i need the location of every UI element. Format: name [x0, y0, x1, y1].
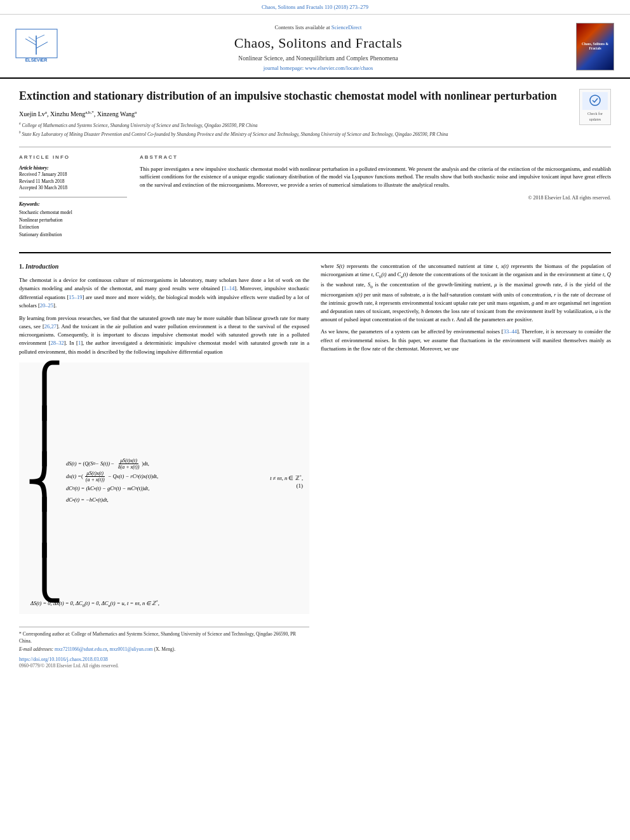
doi-link[interactable]: https://doi.org/10.1016/j.chaos.2018.03.… — [19, 657, 108, 662]
journal-thumbnail: Chaos, Solitons & Fractals — [573, 23, 617, 70]
eq-line-3: dC0(t) = (kCe(t) − gC0(t) − mC0(t))dt, — [66, 483, 258, 495]
svg-line-3 — [36, 42, 48, 48]
right-column: where S(t) represents the concentration … — [321, 262, 611, 669]
homepage-link[interactable]: www.elsevier.com/locate/chaos — [305, 65, 373, 71]
email-note: E-mail addresses: mxz7211066@sdust.edu.c… — [19, 646, 309, 653]
eq-condition: t ≠ nτ, n ∈ ℤ+, — [270, 474, 303, 483]
author-3: Xinzeng Wanga — [97, 110, 137, 117]
article-info: ARTICLE INFO Article history: Received 7… — [19, 154, 127, 243]
keyword-4: Stationary distribution — [19, 232, 127, 239]
ref-20-25: 20–25 — [40, 302, 53, 309]
section-1-heading: 1. Introduction — [19, 262, 309, 271]
journal-header: ELSEVIER Contents lists available at Sci… — [0, 15, 630, 79]
keyword-3: Extinction — [19, 224, 127, 231]
section-title: Introduction — [25, 263, 58, 270]
issn-line: 0960-0779/© 2018 Elsevier Ltd. All right… — [19, 663, 309, 670]
ref-15-19: 15–19 — [69, 294, 82, 300]
eq-number: (1) — [292, 482, 303, 490]
revised-date: Revised 11 March 2018 — [19, 178, 127, 185]
abstract-text: This paper investigates a new impulsive … — [140, 165, 611, 189]
keyword-2: Nonlinear perturbation — [19, 217, 127, 224]
article-history: Article history: Received 7 January 2018… — [19, 165, 127, 192]
frac-1: μS(t)x(t) δ(a + x(t)) — [117, 458, 141, 470]
check-updates-label: Check for updates — [587, 112, 603, 121]
sciencedirect-link[interactable]: ScienceDirect — [332, 24, 362, 30]
email-link-2[interactable]: mxz0011@aliyun.com — [110, 646, 153, 652]
ref-33-44: 33–44 — [504, 328, 517, 335]
abstract-section: ABSTRACT This paper investigates a new i… — [140, 154, 611, 243]
check-updates-box: Check for updates — [579, 89, 611, 125]
page: Chaos, Solitons and Fractals 110 (2018) … — [0, 0, 630, 840]
right-para-1: where S(t) represents the concentration … — [321, 262, 611, 324]
equation-1: ⎧⎪⎨⎪⎩ dS(t) = ( Q(S0 − S(t)) − μS(t)x(t) — [19, 363, 309, 614]
affiliation-a: a College of Mathematics and Systems Sci… — [19, 121, 573, 129]
abstract-label: ABSTRACT — [140, 154, 611, 161]
keywords-group: Keywords: Stochastic chemostat model Non… — [19, 201, 127, 239]
article-info-label: ARTICLE INFO — [19, 154, 127, 161]
ref-1: 1 — [78, 340, 81, 346]
elsevier-logo: ELSEVIER — [13, 26, 64, 67]
affiliations: a College of Mathematics and Systems Sci… — [19, 121, 573, 138]
history-label: Article history: — [19, 165, 127, 172]
frac-2: μS(t)x(t) (a + x(t)) — [84, 470, 106, 483]
article-title-block: Extinction and stationary distribution o… — [19, 89, 573, 138]
main-content: Extinction and stationary distribution o… — [0, 79, 630, 683]
journal-title: Chaos, Solitons and Fractals — [64, 34, 573, 53]
contents-line: Contents lists available at ScienceDirec… — [64, 21, 573, 34]
eq-line-2: dx(t) = ( μS(t)x(t) (a + x(t)) − Qx(t) −… — [66, 470, 258, 483]
left-column: 1. Introduction The chemostat is a devic… — [19, 262, 309, 669]
corresponding-author-note: * Corresponding author at: College of Ma… — [19, 631, 309, 644]
journal-reference: Chaos, Solitons and Fractals 110 (2018) … — [262, 4, 368, 10]
info-abstract-row: ARTICLE INFO Article history: Received 7… — [19, 147, 611, 243]
copyright-notice: © 2018 Elsevier Ltd. All rights reserved… — [140, 194, 611, 201]
eq-line-4: dCe(t) = −hCe(t)dt, — [66, 495, 258, 506]
svg-line-2 — [25, 39, 36, 45]
journal-info: Contents lists available at ScienceDirec… — [64, 21, 573, 72]
author-1: Xuejin Lva, — [19, 110, 50, 117]
svg-text:ELSEVIER: ELSEVIER — [25, 58, 48, 62]
journal-homepage: journal homepage: www.elsevier.com/locat… — [64, 65, 573, 72]
svg-point-7 — [590, 95, 600, 105]
article-header: Extinction and stationary distribution o… — [19, 89, 611, 138]
body-content: 1. Introduction The chemostat is a devic… — [19, 252, 611, 669]
thumb-image: Chaos, Solitons & Fractals — [576, 23, 614, 70]
accepted-date: Accepted 30 March 2018 — [19, 185, 127, 192]
article-title: Extinction and stationary distribution o… — [19, 89, 573, 103]
check-updates-widget: Check for updates — [579, 89, 611, 125]
affiliation-b: b State Key Laboratory of Mining Disaste… — [19, 130, 573, 138]
impulsive-conditions: ΔS(t) = 0, Δx(t) = 0, ΔC0(t) = 0, ΔCe(t)… — [25, 599, 303, 609]
eq-line-1: dS(t) = ( Q(S0 − S(t)) − μS(t)x(t) δ(a +… — [66, 458, 258, 470]
keyword-1: Stochastic chemostat model — [19, 210, 127, 217]
svg-line-5 — [36, 35, 44, 39]
email-link-1[interactable]: mxz7211066@sdust.edu.cn — [55, 646, 107, 652]
received-date: Received 7 January 2018 — [19, 171, 127, 178]
right-para-2: As we know, the parameters of a system c… — [321, 328, 611, 353]
intro-para-1: The chemostat is a device for continuous… — [19, 276, 309, 310]
doi-line: https://doi.org/10.1016/j.chaos.2018.03.… — [19, 656, 309, 663]
footer-area: * Corresponding author at: College of Ma… — [19, 627, 309, 669]
divider-1 — [19, 197, 127, 197]
ref-1-14: 1–14 — [224, 285, 234, 291]
top-bar: Chaos, Solitons and Fractals 110 (2018) … — [0, 0, 630, 15]
thumb-title-text: Chaos, Solitons & Fractals — [579, 42, 611, 51]
authors-line: Xuejin Lva, Xinzhu Menga,b,*, Xinzeng Wa… — [19, 110, 573, 119]
journal-subtitle: Nonlinear Science, and Nonequilibrium an… — [64, 55, 573, 63]
keywords-label: Keywords: — [19, 201, 127, 208]
ref-26-27: 26,27 — [44, 323, 57, 330]
section-number: 1. — [19, 263, 25, 270]
ref-28-32: 28–32 — [50, 340, 64, 346]
author-2: Xinzhu Menga,b,*, — [50, 110, 97, 117]
intro-para-2: By learning from previous researches, we… — [19, 314, 309, 356]
